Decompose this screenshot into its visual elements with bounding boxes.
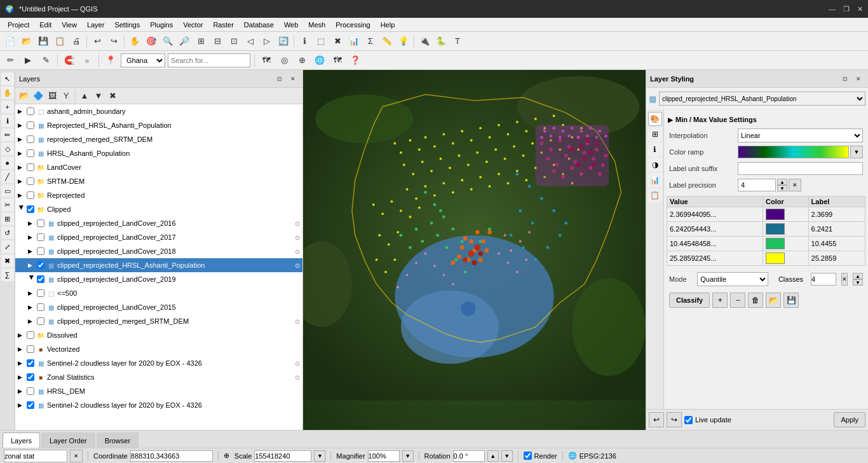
osm-btn[interactable]: 🗺	[330, 53, 345, 68]
zoom-in-btn[interactable]: 🔍	[160, 34, 175, 49]
measure-btn[interactable]: 📏	[379, 34, 395, 49]
undo-style-btn[interactable]: ↩	[649, 412, 664, 427]
float-style-btn[interactable]: ⊡	[839, 73, 851, 85]
color-swatch[interactable]	[766, 252, 785, 264]
layer-checkbox[interactable]	[27, 359, 34, 367]
zoom-prev-btn[interactable]: ◁	[243, 34, 258, 49]
layer-item[interactable]: ▶ 📁 Reprojected	[15, 188, 302, 202]
map-canvas[interactable]	[303, 70, 646, 430]
expand-arrow[interactable]: ▶	[28, 234, 36, 240]
classes-down[interactable]: ▼	[853, 279, 863, 286]
classes-up[interactable]: ▲	[853, 273, 863, 279]
layer-checkbox[interactable]	[37, 261, 44, 269]
interpolation-select[interactable]: Linear Discrete Exact	[738, 128, 863, 142]
menu-help[interactable]: Help	[376, 18, 400, 31]
expand-arrow[interactable]: ▶	[28, 220, 36, 226]
pan-tool[interactable]: ✋	[1, 86, 14, 99]
expand-arrow[interactable]: ▶	[18, 164, 25, 170]
plugins-btn[interactable]: 🔌	[417, 34, 432, 49]
layer-item[interactable]: ▶ ▦ clipped_reprojected_LandCover_2019	[15, 272, 302, 286]
classes-clear-btn[interactable]: ✕	[841, 273, 848, 286]
add-raster-btn[interactable]: 🖼	[46, 90, 58, 102]
layer-item[interactable]: ▶ 📁 Clipped	[15, 202, 302, 216]
layer-checkbox[interactable]	[27, 205, 34, 213]
select-loc-btn[interactable]: ◎	[276, 53, 292, 68]
layer-up-btn[interactable]: ▲	[78, 90, 91, 102]
close-btn[interactable]: ✕	[857, 5, 863, 13]
menu-web[interactable]: Web	[279, 18, 303, 31]
menu-settings[interactable]: Settings	[109, 18, 145, 31]
status-search-input[interactable]	[4, 450, 67, 462]
add-poly[interactable]: ▭	[1, 184, 14, 197]
layer-item-selected[interactable]: ▶ ▦ clipped_reprojected_HRSL_Ashanti_Pop…	[15, 258, 302, 272]
zoom-full-btn[interactable]: ⊞	[193, 34, 208, 49]
precision-clear-btn[interactable]: ✕	[789, 179, 801, 191]
zoom-selection-btn[interactable]: ⊡	[226, 34, 241, 49]
color-swatch[interactable]	[766, 209, 785, 220]
layer-checkbox[interactable]	[27, 191, 34, 199]
split-tool[interactable]: ✂	[1, 198, 14, 211]
layer-checkbox[interactable]	[37, 233, 44, 241]
menu-raster[interactable]: Raster	[208, 18, 238, 31]
expand-arrow[interactable]: ▶	[18, 332, 25, 338]
rotation-input[interactable]	[453, 450, 485, 462]
layer-item[interactable]: ▶ ▦ clipped_reprojected_merged_SRTM_DEM …	[15, 314, 302, 328]
delete-all-btn[interactable]: 🗑	[748, 293, 763, 308]
menu-project[interactable]: Project	[3, 18, 34, 31]
expand-arrow[interactable]: ▶	[18, 388, 25, 394]
label-btn[interactable]: T	[450, 34, 465, 49]
table-cell-color[interactable]	[763, 222, 809, 237]
scale-input[interactable]	[254, 450, 311, 462]
apply-button[interactable]: Apply	[834, 412, 865, 427]
select-btn[interactable]: ⬚	[313, 34, 329, 49]
precision-input[interactable]	[738, 179, 776, 191]
attr-table-btn[interactable]: 📊	[346, 34, 362, 49]
expand-arrow[interactable]: ▶	[18, 360, 25, 366]
deselect-btn[interactable]: ✖	[330, 34, 345, 49]
layer-item[interactable]: ▶ ■ Zonal Statistics ⊙	[15, 370, 302, 384]
layer-checkbox[interactable]	[37, 247, 44, 255]
color-swatch[interactable]	[766, 223, 785, 235]
layer-item[interactable]: ▶ ▦ clipped_reprojected_LandCover_2016 ⊙	[15, 216, 302, 230]
layer-checkbox[interactable]	[27, 401, 34, 409]
rot-up-btn[interactable]: ▲	[487, 450, 499, 462]
pan-highlight-btn[interactable]: 🎯	[144, 34, 159, 49]
filter-btn[interactable]: Y	[60, 90, 72, 102]
expand-arrow[interactable]: ▶	[18, 122, 25, 128]
menu-mesh[interactable]: Mesh	[303, 18, 330, 31]
edit-btn[interactable]: ✎	[38, 53, 53, 68]
python-btn[interactable]: 🐍	[433, 34, 449, 49]
id-tool[interactable]: ℹ	[1, 114, 14, 127]
precision-up[interactable]: ▲	[777, 179, 787, 185]
save-as-btn[interactable]: 📋	[52, 34, 67, 49]
label-unit-input[interactable]	[738, 162, 863, 175]
expand-arrow[interactable]: ▶	[18, 205, 25, 213]
node-edit[interactable]: ◇	[1, 142, 14, 155]
crs-item[interactable]: 🌐 EPSG:2136	[568, 452, 616, 460]
scale-dropdown-btn[interactable]: ▼	[314, 450, 325, 462]
country-dropdown[interactable]: Ghana	[121, 53, 165, 67]
remove-class-btn[interactable]: −	[730, 293, 745, 308]
save-style-btn[interactable]: 💾	[783, 293, 799, 308]
expand-arrow[interactable]: ▶	[18, 192, 25, 198]
layer-checkbox[interactable]	[37, 303, 44, 311]
style-hist-btn[interactable]: 📊	[648, 173, 662, 187]
load-style-btn[interactable]: 📂	[766, 293, 781, 308]
classify-button[interactable]: Classify	[669, 293, 710, 308]
layer-item[interactable]: ▶ ▦ Sentinel-2 cloudless layer for 2020 …	[15, 398, 302, 412]
pan-map-btn[interactable]: ✋	[127, 34, 142, 49]
zoom-next-btn[interactable]: ▷	[259, 34, 275, 49]
node-tool-btn[interactable]: ⬦	[79, 53, 95, 68]
layer-checkbox[interactable]	[27, 149, 34, 157]
mag-dropdown-btn[interactable]: ▼	[402, 450, 414, 462]
style-opacity-btn[interactable]: ◑	[648, 158, 662, 172]
add-vector-btn[interactable]: 🔷	[32, 90, 44, 102]
globe-btn[interactable]: 🌐	[312, 53, 327, 68]
expand-arrow[interactable]: ▶	[28, 262, 36, 268]
mode-select[interactable]: Quantile Equal Interval Natural Breaks	[697, 272, 768, 286]
arrow-tool[interactable]: ↖	[1, 73, 14, 85]
precision-down[interactable]: ▼	[777, 185, 787, 191]
minimize-btn[interactable]: —	[829, 5, 836, 13]
expand-arrow[interactable]: ▶	[29, 275, 35, 283]
layer-item[interactable]: ▶ ▦ Sentinel-2 cloudless layer for 2020 …	[15, 356, 302, 370]
